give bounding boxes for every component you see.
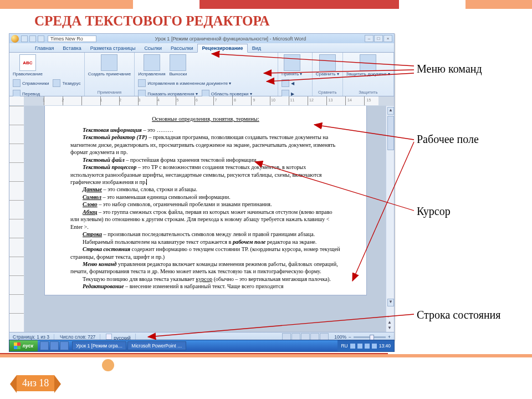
taskbar-item-powerpoint[interactable]: Microsoft PowerPoint … [127, 341, 186, 350]
close-button[interactable]: × [383, 35, 392, 42]
ribbon-tabs: ГлавнаяВставкаРазметка страницыСсылкиРас… [9, 43, 394, 53]
tab-главная[interactable]: Главная [30, 44, 58, 52]
qat-font-combo[interactable]: Times New Ro [48, 35, 96, 42]
ribbon-button[interactable]: Исправления в измененном документе ▾ [137, 79, 232, 88]
work-area: Основные определения, понятия, термины: … [9, 106, 394, 332]
label-statusbar: Строка состояния [417, 309, 501, 321]
ribbon-button[interactable]: ABCПравописание [12, 54, 44, 77]
ruler-vertical[interactable] [9, 106, 24, 332]
tab-вставка[interactable]: Вставка [58, 44, 85, 52]
windows-logo-icon [14, 342, 21, 349]
ribbon-button[interactable]: Исправления [137, 54, 166, 77]
ribbon-button[interactable]: Сравнить ▾ [315, 54, 340, 77]
tab-ссылки[interactable]: Ссылки [140, 44, 166, 52]
ribbon-button[interactable]: Тезаурус [52, 79, 81, 88]
decorative-circle [102, 359, 114, 371]
label-cursor: Курсор [417, 205, 451, 218]
taskbar-item-word[interactable]: Урок 1 [Режим огра… [72, 341, 126, 350]
quicklaunch-icon[interactable] [50, 341, 59, 350]
quicklaunch-icon[interactable] [60, 341, 69, 350]
taskbar: пуск Урок 1 [Режим огра… Microsoft Power… [9, 340, 395, 352]
ribbon-button[interactable]: ◀ [280, 79, 295, 88]
ruler-horizontal[interactable]: 1212345678910111213141516 [9, 96, 394, 106]
status-page[interactable]: Страница: 1 из 3 [13, 334, 54, 340]
ribbon-button[interactable]: Справочники [12, 79, 50, 88]
label-workarea: Рабочее поле [417, 133, 479, 146]
ribbon: ABCПравописаниеСправочникиТезаурусПерево… [9, 53, 394, 96]
qat-undo-icon[interactable] [29, 35, 36, 42]
ribbon-button[interactable]: Принять ▾ [280, 54, 303, 77]
scrollbar-vertical[interactable]: ▲▼ ◦▲▼ [386, 106, 394, 332]
office-button-icon[interactable] [11, 35, 19, 43]
maximize-button[interactable]: □ [374, 35, 383, 42]
quicklaunch-icon[interactable] [40, 341, 49, 350]
start-button[interactable]: пуск [9, 340, 38, 351]
tab-разметка страницы[interactable]: Разметка страницы [86, 44, 140, 52]
system-tray[interactable]: RU 13:40 [337, 340, 394, 351]
ribbon-button[interactable]: Защитить документ ▾ [345, 54, 391, 77]
slide-title: СРЕДА ТЕКСТОВОГО РЕДАКТОРА [34, 13, 270, 29]
doc-heading: Основные определения, понятия, термины: [70, 115, 341, 123]
ribbon-button[interactable]: Выноски [168, 54, 188, 77]
qat-redo-icon[interactable] [38, 35, 44, 42]
status-words[interactable]: Число слов: 727 [60, 334, 100, 340]
qat-save-icon[interactable] [21, 35, 28, 42]
tab-рецензирование[interactable]: Рецензирование [197, 44, 247, 53]
tab-рассылки[interactable]: Рассылки [166, 44, 197, 52]
minimize-button[interactable]: – [365, 35, 374, 42]
ribbon-button[interactable]: Создать примечание [87, 54, 132, 77]
word-window: Times New Ro Урок 1 [Режим ограниченной … [9, 33, 395, 341]
document-page[interactable]: Основные определения, понятия, термины: … [44, 106, 367, 295]
label-menu: Меню команд [417, 63, 482, 75]
tab-вид[interactable]: Вид [248, 44, 265, 52]
title-bar: Times New Ro Урок 1 [Режим ограниченной … [9, 34, 394, 43]
window-title: Урок 1 [Режим ограниченной функционально… [96, 36, 365, 42]
zoom-control[interactable]: 100% −+ [334, 334, 391, 340]
page-counter: 4из 18 [17, 375, 54, 391]
